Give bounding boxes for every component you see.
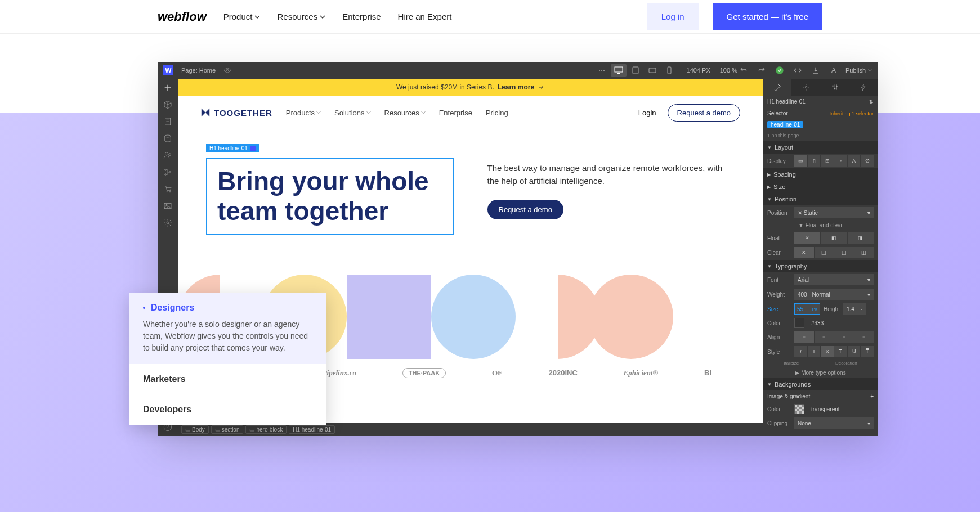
float-left[interactable]: ◧	[821, 232, 847, 244]
site-nav-enterprise[interactable]: Enterprise	[439, 109, 472, 117]
float-right[interactable]: ◨	[848, 232, 874, 244]
font-select[interactable]: Arial▾	[794, 274, 874, 285]
site-nav-resources[interactable]: Resources	[384, 109, 426, 117]
selector-input[interactable]: headline-01	[763, 119, 878, 130]
display-inline[interactable]: A	[848, 155, 861, 167]
site-nav-products[interactable]: Products	[286, 109, 321, 117]
display-inline-block[interactable]: ▫	[834, 155, 847, 167]
float-none[interactable]: ✕	[794, 232, 820, 244]
site-login[interactable]: Login	[638, 109, 656, 117]
box-icon[interactable]	[163, 100, 172, 109]
nav-resources[interactable]: Resources	[277, 12, 325, 21]
clear-both[interactable]: ◫	[854, 247, 874, 258]
height-input[interactable]: 1.4-	[843, 303, 866, 315]
webflow-logo[interactable]: webflow	[158, 10, 207, 24]
align-center[interactable]: ≡	[815, 331, 834, 343]
section-position[interactable]: ▼Position	[763, 193, 878, 205]
align-left[interactable]: ≡	[794, 331, 814, 343]
check-icon[interactable]	[773, 64, 786, 77]
audience-designers[interactable]: Designers Whether you're a solo designer…	[129, 293, 326, 364]
undo-icon[interactable]	[737, 64, 750, 77]
more-type-options[interactable]: ▶ More type options	[763, 367, 878, 378]
users-icon[interactable]	[163, 151, 172, 160]
device-desktop[interactable]	[611, 64, 627, 77]
deco-underline[interactable]: U̲	[848, 346, 861, 357]
section-size[interactable]: ▶Size	[763, 181, 878, 193]
display-none[interactable]: ∅	[861, 155, 874, 167]
clipping-select[interactable]: None▾	[794, 417, 874, 429]
img-gradient-row[interactable]: Image & gradient+	[763, 390, 878, 402]
bc-section[interactable]: ▭ section	[211, 425, 244, 434]
style-label: Style	[767, 349, 791, 355]
redo-icon[interactable]	[755, 64, 768, 77]
export-icon[interactable]	[809, 64, 822, 77]
font-icon[interactable]: A	[827, 64, 840, 77]
italic-on[interactable]: I	[794, 346, 807, 357]
svg-point-1	[599, 70, 600, 71]
tab-interactions[interactable]	[849, 79, 878, 96]
login-button[interactable]: Log in	[647, 3, 699, 30]
audience-marketers[interactable]: Marketers	[129, 364, 326, 394]
bg-color-swatch[interactable]	[794, 404, 804, 414]
deco-none[interactable]: ✕	[821, 346, 834, 357]
request-demo-button[interactable]: Request a demo	[668, 104, 740, 122]
headline[interactable]: Bring your whole team together	[206, 158, 454, 235]
section-typography[interactable]: ▼Typography	[763, 260, 878, 272]
pages-icon[interactable]	[163, 117, 172, 126]
selector-tag[interactable]: headline-01	[767, 121, 803, 128]
device-tablet[interactable]	[628, 64, 643, 77]
display-label: Display	[767, 158, 791, 164]
size-input[interactable]: 55PX	[794, 303, 820, 315]
clear-left[interactable]: ◰	[815, 247, 834, 258]
section-layout[interactable]: ▼Layout	[763, 141, 878, 154]
bc-body[interactable]: ▭ Body	[181, 425, 209, 434]
selection-tag[interactable]: H1 headline-01	[206, 144, 259, 152]
nav-enterprise[interactable]: Enterprise	[342, 12, 381, 21]
request-demo-fill-button[interactable]: Request a demo	[487, 200, 563, 219]
bc-headline[interactable]: H1 headline-01	[289, 425, 335, 434]
display-block[interactable]: ▭	[794, 155, 807, 167]
add-icon[interactable]	[163, 83, 172, 92]
cart-icon[interactable]	[163, 185, 172, 194]
site-nav-solutions[interactable]: Solutions	[334, 109, 370, 117]
audience-developers[interactable]: Developers	[129, 394, 326, 425]
section-backgrounds[interactable]: ▼Backgrounds	[763, 378, 878, 390]
site-nav-pricing[interactable]: Pricing	[486, 109, 508, 117]
deco-overline[interactable]: T̅	[861, 346, 874, 357]
tab-style[interactable]	[763, 79, 791, 96]
gear-icon[interactable]	[250, 146, 256, 151]
nav-product[interactable]: Product	[223, 12, 261, 21]
tab-manager[interactable]	[821, 79, 849, 96]
publish-button[interactable]: Publish	[845, 67, 872, 74]
preview-icon[interactable]	[223, 66, 231, 74]
weight-select[interactable]: 400 - Normal▾	[794, 289, 874, 300]
tab-settings[interactable]	[791, 79, 820, 96]
section-spacing[interactable]: ▶Spacing	[763, 168, 878, 181]
display-flex[interactable]: ▯	[808, 155, 821, 167]
tree-icon[interactable]	[163, 168, 172, 177]
device-dots[interactable]	[594, 64, 610, 77]
gear-icon[interactable]	[163, 218, 172, 227]
align-justify[interactable]: ≡	[854, 331, 874, 343]
color-swatch[interactable]	[794, 318, 804, 328]
banner-link[interactable]: Learn more	[498, 83, 534, 91]
device-mobile[interactable]	[661, 64, 677, 77]
italic-off[interactable]: I	[808, 346, 821, 357]
deco-strike[interactable]: T̶	[834, 346, 847, 357]
webflow-icon[interactable]: W	[163, 65, 173, 75]
site-logo[interactable]: TOOGETHER	[200, 107, 272, 118]
float-and-clear-toggle[interactable]: ▼ Float and clear	[763, 220, 878, 231]
clear-none[interactable]: ✕	[794, 247, 814, 258]
position-select[interactable]: ✕ Static▾	[794, 207, 874, 218]
cms-icon[interactable]	[163, 134, 172, 143]
page-selector[interactable]: Page: Home	[181, 67, 216, 74]
get-started-button[interactable]: Get started — it's free	[713, 3, 822, 30]
clear-right[interactable]: ◳	[834, 247, 854, 258]
align-right[interactable]: ≡	[834, 331, 854, 343]
bc-hero[interactable]: ▭ hero-block	[245, 425, 287, 434]
display-grid[interactable]: ⊞	[821, 155, 834, 167]
nav-hire-expert[interactable]: Hire an Expert	[398, 12, 452, 21]
device-tablet-landscape[interactable]	[645, 64, 660, 77]
image-icon[interactable]	[163, 201, 172, 210]
code-icon[interactable]	[791, 64, 804, 77]
